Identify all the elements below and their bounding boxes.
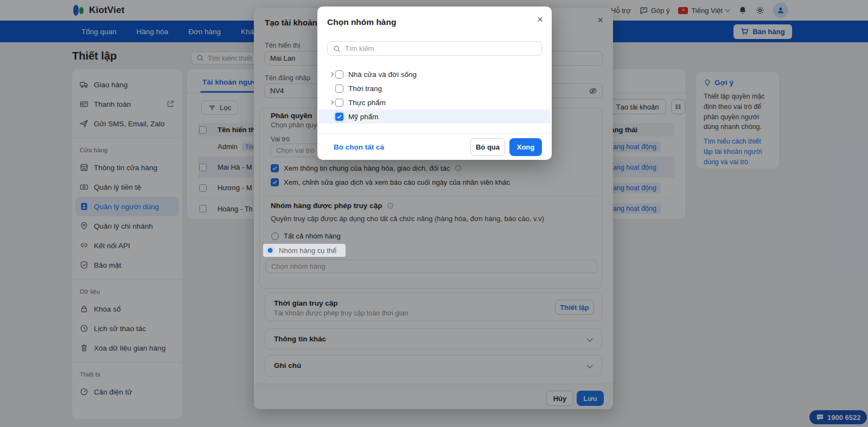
group-tree: Nhà cửa và đời sống Thời trang Thực phẩm… bbox=[318, 67, 551, 124]
tree-item[interactable]: Thời trang bbox=[318, 81, 551, 95]
chevron-right-icon[interactable] bbox=[327, 101, 335, 104]
group-search-input[interactable]: Tìm kiếm bbox=[327, 41, 542, 56]
checkbox-icon[interactable] bbox=[335, 99, 343, 107]
chevron-right-icon[interactable] bbox=[327, 73, 335, 76]
checkbox-icon[interactable] bbox=[335, 70, 343, 79]
tree-item[interactable]: Nhà cửa và đời sống bbox=[318, 67, 551, 81]
deselect-all-link[interactable]: Bỏ chọn tất cả bbox=[334, 143, 384, 151]
search-icon bbox=[333, 45, 341, 53]
close-icon[interactable]: × bbox=[537, 14, 543, 24]
tree-item-selected[interactable]: Mỹ phẩm bbox=[318, 109, 551, 124]
modal-footer: Bỏ chọn tất cả Bỏ qua Xong bbox=[317, 133, 552, 160]
skip-button[interactable]: Bỏ qua bbox=[470, 138, 505, 156]
checkbox-checked-icon[interactable] bbox=[335, 113, 343, 121]
tree-item[interactable]: Thực phẩm bbox=[318, 95, 551, 109]
done-button[interactable]: Xong bbox=[509, 138, 542, 156]
choose-group-modal: Chọn nhóm hàng × Tìm kiếm Nhà cửa và đời… bbox=[317, 7, 552, 160]
radio-selected-icon bbox=[266, 247, 274, 254]
radio-specific-groups[interactable]: Nhóm hàng cụ thể bbox=[263, 244, 346, 257]
checkbox-icon[interactable] bbox=[335, 85, 343, 93]
modal-title: Chọn nhóm hàng bbox=[327, 17, 396, 27]
